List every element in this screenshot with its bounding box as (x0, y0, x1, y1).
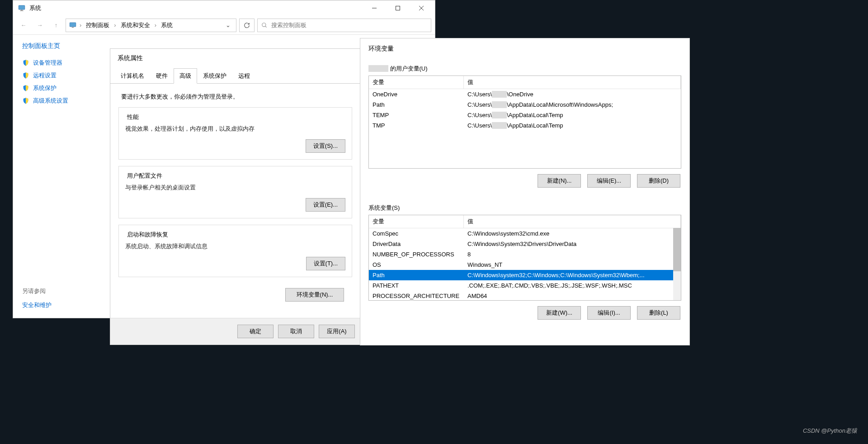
table-row[interactable]: TMPC:\Users\xx\AppData\Local\Temp (369, 120, 681, 131)
window-controls (363, 1, 433, 15)
group-title: 性能 (125, 113, 345, 121)
see-also-heading: 另请参阅 (22, 287, 52, 295)
table-row[interactable]: PathC:\Windows\system32;C:\Windows;C:\Wi… (369, 270, 681, 280)
tab-protection[interactable]: 系统保护 (197, 68, 232, 84)
tab-computer-name[interactable]: 计算机名 (115, 68, 150, 84)
dialog-title: 系统属性 (110, 49, 360, 68)
env-vars-button[interactable]: 环境变量(N)... (285, 288, 344, 302)
table-row[interactable]: OSWindows_NT (369, 260, 681, 270)
settings-button[interactable]: 设置(S)... (306, 139, 345, 153)
shield-icon (22, 72, 29, 79)
sidebar: 控制面板主页 设备管理器 远程设置 系统保护 高级系统设置 另请参阅 安全和维护 (13, 35, 104, 318)
breadcrumb[interactable]: › 控制面板 › 系统和安全 › 系统 ⌄ (66, 19, 236, 32)
cell-variable: DriverData (369, 240, 464, 248)
username-redacted: xx (492, 91, 507, 98)
new-button[interactable]: 新建(N)... (538, 174, 581, 188)
shield-icon (22, 85, 29, 92)
computer-icon (18, 4, 26, 12)
sidebar-item-advanced[interactable]: 高级系统设置 (22, 94, 94, 107)
new-button[interactable]: 新建(W)... (538, 306, 581, 320)
scroll-thumb[interactable] (673, 228, 681, 271)
settings-button[interactable]: 设置(T)... (306, 257, 345, 270)
svg-rect-8 (72, 27, 74, 28)
group-desc: 视觉效果，处理器计划，内存使用，以及虚拟内存 (125, 121, 345, 139)
table-row[interactable]: PathC:\Users\xx\AppData\Local\Microsoft\… (369, 99, 681, 110)
sidebar-item-device-manager[interactable]: 设备管理器 (22, 57, 94, 69)
username-redacted: xx (492, 112, 507, 118)
svg-rect-2 (20, 10, 24, 11)
cell-variable: Path (369, 271, 464, 279)
close-button[interactable] (410, 1, 433, 15)
col-value[interactable]: 值 (464, 215, 681, 228)
tab-advanced[interactable]: 高级 (174, 68, 197, 84)
chevron-down-icon[interactable]: ⌄ (223, 22, 233, 28)
sys-vars-section: 系统变量(S) 变量 值 ComSpecC:\Windows\system32\… (360, 198, 689, 331)
titlebar[interactable]: 系统 (13, 0, 435, 16)
username-redacted: xx (492, 122, 507, 129)
cell-value: .COM;.EXE;.BAT;.CMD;.VBS;.VBE;.JS;.JSE;.… (464, 281, 681, 290)
delete-button[interactable]: 删除(D) (637, 174, 680, 188)
sidebar-item-remote[interactable]: 远程设置 (22, 69, 94, 82)
search-box[interactable] (257, 19, 431, 32)
group-startup-recovery: 启动和故障恢复 系统启动、系统故障和调试信息 设置(T)... (118, 225, 352, 277)
minimize-button[interactable] (363, 1, 386, 15)
ok-button[interactable]: 确定 (237, 325, 274, 338)
maximize-button[interactable] (386, 1, 410, 15)
svg-rect-1 (21, 10, 23, 11)
up-button[interactable]: ↑ (49, 19, 63, 32)
breadcrumb-item[interactable]: 系统 (159, 20, 175, 30)
table-row[interactable]: TEMPC:\Users\xx\AppData\Local\Temp (369, 110, 681, 120)
tab-remote[interactable]: 远程 (232, 68, 256, 84)
user-vars-table[interactable]: 变量 值 OneDriveC:\Users\xx\OneDrivePathC:\… (368, 76, 681, 169)
svg-line-10 (265, 26, 267, 27)
sidebar-heading[interactable]: 控制面板主页 (22, 42, 94, 50)
cell-variable: PROCESSOR_ARCHITECTURE (369, 292, 464, 300)
user-buttons: 新建(N)... 编辑(E)... 删除(D) (368, 169, 681, 196)
cell-value: C:\Users\xx\AppData\Local\Temp (464, 111, 681, 119)
col-variable[interactable]: 变量 (369, 215, 464, 228)
breadcrumb-item[interactable]: 控制面板 (84, 20, 111, 30)
watermark: CSDN @Python老猿 (803, 427, 857, 435)
table-row[interactable]: DriverDataC:\Windows\System32\Drivers\Dr… (369, 239, 681, 249)
username-redacted: xxx (368, 65, 388, 72)
table-row[interactable]: ComSpecC:\Windows\system32\cmd.exe (369, 228, 681, 239)
search-icon (261, 22, 268, 28)
sidebar-item-protection[interactable]: 系统保护 (22, 82, 94, 94)
cell-variable: OneDrive (369, 90, 464, 99)
system-properties-dialog: 系统属性 计算机名 硬件 高级 系统保护 远程 要进行大多数更改，你必须作为管理… (110, 48, 361, 345)
window-title: 系统 (29, 4, 363, 12)
cell-variable: PATHEXT (369, 281, 464, 290)
cell-value: C:\Users\xx\AppData\Local\Temp (464, 121, 681, 130)
nav-bar: ← → ↑ › 控制面板 › 系统和安全 › 系统 ⌄ (13, 16, 435, 35)
forward-button[interactable]: → (33, 19, 47, 32)
delete-button[interactable]: 删除(L) (637, 306, 680, 320)
svg-rect-4 (396, 6, 400, 10)
back-button[interactable]: ← (17, 19, 30, 32)
edit-button[interactable]: 编辑(E)... (587, 174, 631, 188)
svg-rect-0 (19, 5, 25, 9)
tab-hardware[interactable]: 硬件 (150, 68, 174, 84)
table-row[interactable]: PROCESSOR_ARCHITECTUREAMD64 (369, 291, 681, 301)
cancel-button[interactable]: 取消 (278, 325, 314, 338)
breadcrumb-item[interactable]: 系统和安全 (119, 20, 152, 30)
cell-value: C:\Windows\system32;C:\Windows;C:\Window… (464, 271, 681, 279)
edit-button[interactable]: 编辑(I)... (587, 306, 631, 320)
settings-button[interactable]: 设置(E)... (306, 198, 345, 212)
col-variable[interactable]: 变量 (369, 76, 464, 89)
cell-variable: TMP (369, 121, 464, 130)
cell-variable: NUMBER_OF_PROCESSORS (369, 250, 464, 259)
username-redacted: xx (492, 101, 507, 108)
chevron-right-icon: › (154, 22, 157, 28)
apply-button[interactable]: 应用(A) (319, 325, 355, 338)
table-row[interactable]: OneDriveC:\Users\xx\OneDrive (369, 89, 681, 99)
cell-value: 8 (464, 250, 681, 259)
user-vars-label: xxx的用户变量(U) (368, 62, 681, 76)
sys-vars-table[interactable]: 变量 值 ComSpecC:\Windows\system32\cmd.exeD… (368, 215, 681, 301)
search-input[interactable] (271, 22, 427, 28)
refresh-button[interactable] (239, 19, 255, 32)
table-row[interactable]: NUMBER_OF_PROCESSORS8 (369, 249, 681, 260)
table-row[interactable]: PATHEXT.COM;.EXE;.BAT;.CMD;.VBS;.VBE;.JS… (369, 280, 681, 291)
scrollbar[interactable] (673, 228, 681, 300)
see-also-link[interactable]: 安全和维护 (22, 300, 52, 311)
col-value[interactable]: 值 (464, 76, 681, 89)
